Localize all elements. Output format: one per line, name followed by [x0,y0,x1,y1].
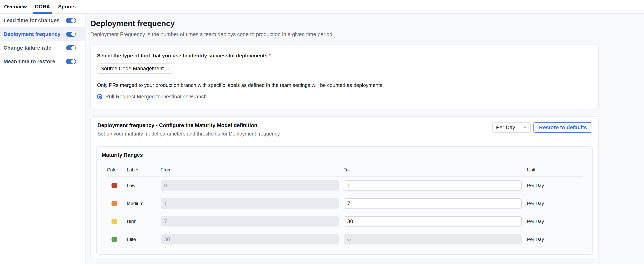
elite-to-input [344,234,522,245]
toggle-knob [71,46,76,50]
maturity-header-text: Deployment frequency - Configure the Mat… [98,123,280,137]
period-select[interactable]: Per Day [492,123,531,132]
range-label: Low [127,183,160,188]
medium-color-swatch [112,201,117,206]
range-unit: Per Day [527,183,583,188]
table-row-medium: Medium Per Day [107,194,583,212]
toggle-knob [71,32,76,36]
table-row-low: Low Per Day [107,176,583,194]
tab-sprints[interactable]: Sprints [58,0,76,13]
sidebar-item-label: Change failure rate [4,45,52,51]
toggle-knob [71,18,76,23]
medium-to-input[interactable] [344,198,522,209]
elite-from-input [160,234,339,245]
restore-to-defaults-button[interactable]: Restore to defaults [534,123,592,132]
column-header-from: From [160,167,344,173]
column-header-label: Label [127,167,160,173]
tab-overview[interactable]: Overview [4,0,27,13]
elite-color-swatch [112,237,117,242]
tab-bar: Overview DORA Sprints [0,0,644,14]
change-failure-rate-toggle[interactable] [66,45,76,50]
tool-type-select[interactable]: Source Code Management [97,63,173,74]
maturity-model-card: Deployment frequency - Configure the Mat… [90,116,598,259]
maturity-header-controls: Per Day Restore to defaults [492,123,592,132]
tab-dora[interactable]: DORA [35,0,50,13]
low-from-input [160,180,339,191]
maturity-ranges-table: Color Label From To Unit Low Per Day [107,167,583,248]
table-header-row: Color Label From To Unit [107,167,583,173]
maturity-section-header: Deployment frequency - Configure the Mat… [96,122,593,137]
required-asterisk: * [268,53,270,59]
maturity-section-title: Deployment frequency - Configure the Mat… [98,123,280,129]
range-label: High [127,219,160,224]
deployment-counting-info: Only PRs merged to your production branc… [97,82,592,88]
sidebar-item-label: Lead time for changes [4,17,60,24]
page-title: Deployment frequency [90,19,644,28]
maturity-ranges-box: Maturity Ranges Color Label From To Unit… [96,146,593,255]
sidebar-item-label: Deployment frequency [4,31,60,37]
mean-time-to-restore-toggle[interactable] [66,59,76,64]
deployment-tool-card: Select the type of tool that you use to … [90,44,598,109]
low-color-swatch [112,183,117,188]
column-header-to: To [344,167,527,173]
range-unit: Per Day [527,237,583,242]
page-layout: Lead time for changes Deployment frequen… [0,14,644,264]
maturity-section-subtitle: Set up your maturity model parameters an… [98,131,280,137]
maturity-ranges-title: Maturity Ranges [102,152,587,158]
tab-dora-label: DORA [35,4,50,10]
sidebar-item-deployment-frequency[interactable]: Deployment frequency [0,27,85,41]
sidebar-item-label: Mean time to restore [4,59,55,65]
sidebar-item-mean-time-to-restore[interactable]: Mean time to restore [0,55,85,68]
range-unit: Per Day [527,201,583,206]
chevron-down-icon [523,125,527,130]
sidebar-item-lead-time-for-changes[interactable]: Lead time for changes [0,14,85,27]
period-select-value: Per Day [496,125,515,131]
tool-type-select-value: Source Code Management [100,66,164,72]
high-to-input[interactable] [344,216,522,227]
tool-type-field-label: Select the type of tool that you use to … [97,53,592,59]
column-header-color: Color [107,167,127,173]
high-color-swatch [112,219,117,224]
pr-merged-radio-row[interactable]: Pull Request Merged to Destination Branc… [97,94,592,100]
tool-type-label-text: Select the type of tool that you use to … [97,53,268,59]
range-label: Medium [127,201,160,206]
lead-time-toggle[interactable] [66,18,76,23]
main-content: Deployment frequency Deployment Frequenc… [86,14,644,264]
range-unit: Per Day [527,219,583,224]
pr-merged-radio-label: Pull Request Merged to Destination Branc… [106,94,207,100]
high-from-input [160,216,339,227]
medium-from-input [160,198,339,209]
tab-sprints-label: Sprints [58,4,76,10]
range-label: Elite [127,237,160,242]
radio-selected-icon[interactable] [97,94,102,99]
sidebar-item-change-failure-rate[interactable]: Change failure rate [0,41,85,55]
tab-overview-label: Overview [4,4,27,10]
low-to-input[interactable] [344,180,522,191]
chevron-down-icon [166,66,170,71]
table-row-elite: Elite Per Day [107,230,583,248]
deployment-frequency-toggle[interactable] [66,32,76,37]
page-subtitle: Deployment Frequency is the number of ti… [90,31,644,37]
column-header-unit: Unit [527,167,583,173]
toggle-knob [71,59,76,64]
table-row-high: High Per Day [107,212,583,230]
metrics-sidebar: Lead time for changes Deployment frequen… [0,14,86,264]
